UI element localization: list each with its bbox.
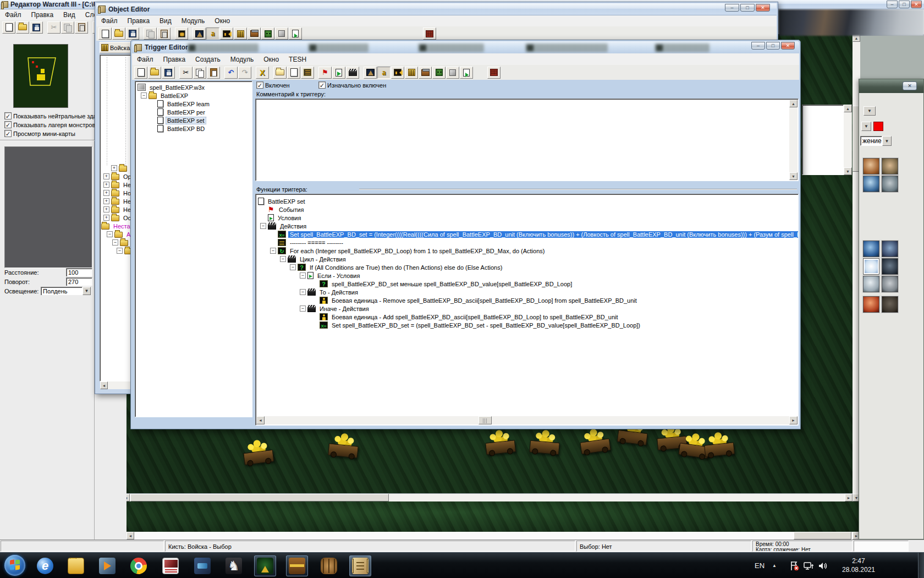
main-minimize-button[interactable]: –: [887, 1, 898, 8]
taskbar-chest-app-icon[interactable]: [286, 555, 308, 576]
function-row-conditions[interactable]: Условия: [268, 214, 798, 222]
te-object-manager-icon[interactable]: [446, 67, 459, 79]
taskbar-blue-app-icon[interactable]: [191, 555, 213, 576]
te-copy-button[interactable]: [193, 67, 206, 79]
te-menu-create[interactable]: Создать: [190, 54, 226, 65]
side-listbox-scrollbar[interactable]: ▲ ▼: [844, 105, 852, 175]
te-undo-button[interactable]: ↶: [224, 67, 238, 79]
oe-campaign-editor-icon[interactable]: [248, 28, 261, 40]
te-sound-editor-icon[interactable]: [391, 67, 404, 79]
gold-chest-sprite[interactable]: [528, 428, 562, 455]
function-row-add-action[interactable]: Боевая единица - Add spell_BattleEXP_BD_…: [320, 313, 798, 321]
trigger-comment-box[interactable]: [255, 99, 799, 181]
unit-portrait-icon[interactable]: [882, 276, 898, 292]
show-desktop-button[interactable]: [918, 553, 924, 578]
function-row-actions[interactable]: −Действия: [260, 222, 798, 230]
function-row-then-actions[interactable]: −То - Действия: [300, 288, 798, 296]
main-menu-edit[interactable]: Правка: [26, 9, 59, 20]
taskbar-chrome-icon[interactable]: [128, 555, 150, 576]
oe-new-button[interactable]: [98, 28, 112, 40]
gold-chest-sprite[interactable]: [327, 431, 361, 459]
distance-field[interactable]: 100: [66, 268, 92, 276]
unit-portrait-icon[interactable]: [863, 296, 879, 313]
functions-hscrollbar[interactable]: ◄ ►: [256, 416, 798, 424]
palette-close-button[interactable]: ✕: [903, 81, 917, 90]
palette-combo3-field[interactable]: жение: [860, 136, 882, 146]
comment-vscrollbar[interactable]: ▲ ▼: [789, 100, 798, 180]
oe-brush-list-icon[interactable]: [175, 28, 188, 40]
oe-tree-row[interactable]: −Аль: [100, 230, 131, 238]
oe-tree-hscrollbar[interactable]: ◄: [100, 381, 131, 389]
side-listbox[interactable]: [802, 105, 844, 175]
function-row-events[interactable]: ⚑События: [268, 205, 798, 214]
gold-chest-sprite[interactable]: [483, 428, 517, 455]
te-new-category-button[interactable]: [273, 67, 287, 79]
te-paste-button[interactable]: [207, 67, 220, 79]
rotation-field[interactable]: 270: [66, 277, 92, 286]
oe-ai-editor-icon[interactable]: [261, 28, 274, 40]
map-root-row[interactable]: spell_BattleEXP.w3x: [135, 83, 252, 91]
trigger-row[interactable]: BattleEXP BD: [135, 124, 252, 133]
player-color-swatch[interactable]: [873, 122, 883, 131]
te-new-condition-button[interactable]: [332, 67, 345, 79]
tray-show-hidden-icons[interactable]: ▲: [772, 563, 777, 568]
scroll-right-arrow[interactable]: ►: [845, 494, 853, 501]
te-terrain-editor-icon[interactable]: [364, 67, 377, 79]
minimap-preview-checkbox[interactable]: ✓: [4, 130, 12, 137]
te-ai-editor-icon[interactable]: [432, 67, 446, 79]
oe-menu-module[interactable]: Модуль: [177, 15, 210, 26]
trigger-close-button[interactable]: ✕: [781, 42, 795, 50]
palette-combo3-arrow[interactable]: ▼: [882, 136, 892, 146]
unit-portrait-icon[interactable]: [863, 258, 879, 275]
te-menu-edit[interactable]: Правка: [158, 54, 191, 65]
main-menu-view[interactable]: Вид: [58, 9, 80, 20]
te-new-trigger-button[interactable]: [287, 67, 300, 79]
function-row-else-actions[interactable]: −Иначе - Действия: [300, 304, 798, 313]
paste-button[interactable]: [75, 21, 88, 34]
gold-chest-sprite[interactable]: [577, 426, 612, 455]
oe-object-editor-icon[interactable]: [234, 28, 247, 40]
te-import-manager-icon[interactable]: [460, 67, 473, 79]
oe-tree-row[interactable]: Нестан: [100, 222, 131, 230]
tray-volume-icon[interactable]: [817, 560, 828, 571]
oe-tree-panel[interactable]: + +Орд +Неж +Ноч +Ней +Ней +Осо Нестан −…: [100, 54, 131, 381]
show-creep-camps-checkbox[interactable]: ✓: [4, 121, 12, 128]
oe-copy-button[interactable]: [144, 28, 157, 40]
tray-network-icon[interactable]: [803, 560, 814, 571]
unit-portrait-icon[interactable]: [882, 241, 898, 257]
te-trigger-editor-icon[interactable]: a: [377, 67, 391, 79]
te-new-action-button[interactable]: [346, 67, 359, 79]
scroll-left-arrow[interactable]: ◄: [256, 416, 265, 424]
unit-portrait-icon[interactable]: [882, 176, 898, 192]
te-delete-button[interactable]: X: [256, 67, 269, 79]
taskbar-warcraft-icon[interactable]: [254, 555, 276, 576]
trigger-minimize-button[interactable]: –: [751, 42, 765, 50]
trigger-map-tree[interactable]: spell_BattleEXP.w3x −BattleEXP BattleEXP…: [135, 81, 252, 417]
open-map-button[interactable]: [16, 21, 29, 34]
scroll-up-arrow[interactable]: ▲: [844, 105, 852, 112]
oe-grid-tool-icon[interactable]: [423, 28, 436, 40]
oe-trigger-editor-icon[interactable]: a: [206, 28, 219, 40]
main-menu-file[interactable]: Файл: [0, 9, 26, 20]
oe-menu-file[interactable]: Файл: [96, 15, 123, 26]
function-row-set-variable2[interactable]: Set spell_BattleEXP_BD_set = (spell_Batt…: [320, 321, 798, 329]
terrain-strip[interactable]: [122, 501, 860, 532]
lighting-dropdown-arrow[interactable]: ▼: [82, 287, 91, 295]
oe-paste-button[interactable]: [157, 28, 170, 40]
copy-button[interactable]: [61, 21, 74, 34]
main-close-button[interactable]: ✕: [911, 1, 922, 8]
taskbar-media-app-icon[interactable]: [96, 555, 118, 576]
scroll-right-arrow[interactable]: ►: [789, 416, 798, 424]
scroll-down-arrow[interactable]: ▼: [844, 167, 852, 175]
cut-button[interactable]: ✂: [47, 21, 61, 34]
taskbar-internet-explorer-icon[interactable]: e: [34, 555, 56, 576]
te-script-check-icon[interactable]: [487, 67, 501, 79]
function-row-if-then-else[interactable]: −If (All Conditions are True) then do (T…: [290, 263, 798, 271]
taskbar-chess-app-icon[interactable]: ♞: [223, 555, 245, 576]
taskbar-image-app-icon[interactable]: [160, 555, 182, 576]
te-object-editor-icon[interactable]: [405, 67, 418, 79]
palette-titlebar[interactable]: ✕: [859, 79, 923, 93]
trigger-row-selected[interactable]: BattleEXP set: [135, 116, 252, 124]
oe-tree-row[interactable]: +Неж: [100, 181, 131, 189]
function-row-for-each[interactable]: −For each (Integer spell_BattleEXP_BD_Lo…: [270, 247, 798, 255]
